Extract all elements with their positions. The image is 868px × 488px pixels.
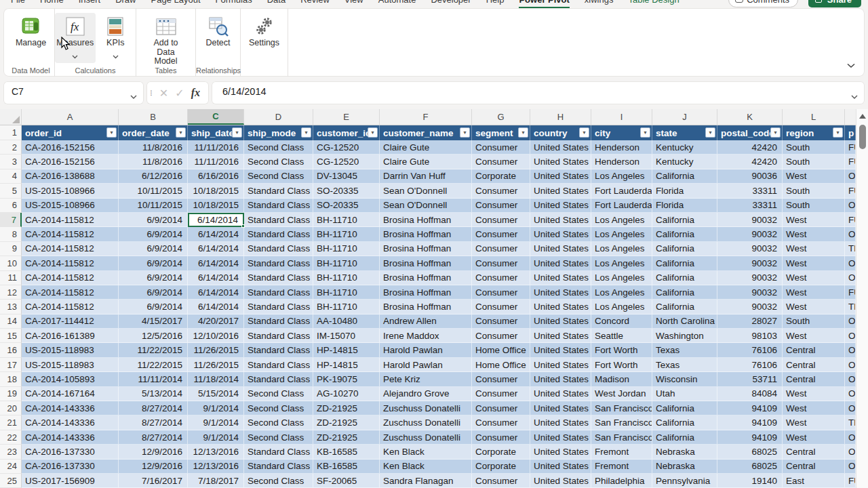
cell[interactable]: PK-19075 [313,372,380,386]
cell[interactable]: 98103 [717,329,783,343]
header-cell-customer_id[interactable]: customer_id▾ [313,125,380,140]
cell[interactable]: 76106 [717,343,783,357]
cell[interactable]: Claire Gute [380,155,472,169]
cell[interactable]: United States [530,329,591,343]
cell[interactable]: West [783,227,845,241]
header-cell-order_id[interactable]: order_id▾ [22,125,119,140]
cell[interactable]: Home Office [472,343,530,357]
cell[interactable]: 28027 [717,314,783,329]
cell[interactable]: Florida [652,199,717,213]
cell[interactable]: 90036 [717,169,783,184]
cell[interactable]: 5/13/2014 [119,387,188,401]
cell[interactable]: US-2015-108966 [22,199,119,213]
cell[interactable]: California [652,401,717,415]
filter-button[interactable]: ▾ [579,127,589,138]
cell[interactable]: West [783,256,845,270]
column-letter-A[interactable]: A [22,109,119,125]
cell[interactable]: Central [783,372,845,386]
cell[interactable]: 6/9/2014 [119,213,188,227]
cell[interactable]: Central [783,358,845,372]
row-number-6[interactable]: 6 [0,199,22,213]
cell[interactable]: Ken Black [380,460,472,474]
cell[interactable]: 11/8/2016 [119,155,188,169]
cell[interactable]: OF [845,358,856,372]
cell[interactable]: United States [530,387,591,401]
cell[interactable]: ZD-21925 [313,430,380,445]
cell[interactable]: 11/11/2014 [119,372,188,386]
scrollbar-thumb[interactable] [859,125,866,149]
cell[interactable]: KB-16585 [313,445,380,459]
cell[interactable]: 11/22/2015 [119,358,188,372]
cell[interactable]: Second Class [244,401,313,415]
cell[interactable]: West [783,242,845,256]
cell[interactable]: Los Angeles [591,213,652,227]
filter-button[interactable]: ▾ [232,127,242,138]
cell[interactable]: West [783,387,845,401]
cell[interactable]: OF [845,169,856,184]
menu-tab-view[interactable]: View [344,0,363,8]
filter-button[interactable]: ▾ [176,127,186,138]
cell[interactable]: HP-14815 [313,343,380,357]
menu-tab-table-design[interactable]: Table Design [628,0,679,8]
cell[interactable]: 11/22/2015 [119,343,188,357]
row-number-8[interactable]: 8 [0,227,22,241]
cell[interactable]: OF [845,343,856,357]
row-number-10[interactable]: 10 [0,256,22,270]
cell[interactable]: 90032 [717,300,783,314]
cell[interactable]: OF [845,387,856,401]
kpis-button[interactable]: KPIs [96,13,136,63]
cell[interactable]: Standard Class [244,445,313,459]
cell[interactable]: United States [530,372,591,386]
cell[interactable]: Andrew Allen [380,314,472,329]
column-letter-I[interactable]: I [591,109,652,125]
header-cell-city[interactable]: city▾ [591,125,652,140]
cell[interactable]: 5/15/2014 [188,387,244,401]
cell[interactable]: Standard Class [244,300,313,314]
cell[interactable]: 90032 [717,285,783,300]
cell[interactable]: ZD-21925 [313,401,380,415]
cell[interactable]: South [783,199,845,213]
cell[interactable]: 42420 [717,140,783,155]
cell[interactable]: Philadelphia [591,474,652,488]
cell[interactable]: 6/9/2014 [119,242,188,256]
cell[interactable]: Sandra Flanagan [380,474,472,488]
cell[interactable]: CA-2016-138688 [22,169,119,184]
detect-button[interactable]: Detect [197,13,239,49]
cell[interactable]: Consumer [472,329,530,343]
column-letter-E[interactable]: E [313,109,380,125]
cell[interactable]: San Francisco [591,415,652,430]
cell[interactable]: Consumer [472,474,530,488]
cell[interactable]: TE [845,415,856,430]
cell[interactable]: 10/11/2015 [119,199,188,213]
cell[interactable]: Corporate [472,445,530,459]
header-cell-region[interactable]: region▾ [783,125,845,140]
cell[interactable]: West [783,430,845,445]
cell[interactable]: Pete Kriz [380,372,472,386]
cell[interactable]: United States [530,227,591,241]
cell[interactable]: 90032 [717,271,783,285]
row-number-13[interactable]: 13 [0,300,22,314]
cell[interactable]: Wisconsin [652,372,717,386]
filter-button[interactable]: ▾ [106,127,117,138]
cell[interactable]: West [783,213,845,227]
cell[interactable]: Los Angeles [591,300,652,314]
cell[interactable]: TE [845,300,856,314]
cell[interactable]: 6/14/2014 [188,300,244,314]
cell[interactable]: Standard Class [244,285,313,300]
cell[interactable]: 94109 [717,415,783,430]
cell[interactable]: South [783,314,845,329]
cell[interactable]: Concord [591,314,652,329]
ribbon-collapse-chevron-icon[interactable] [847,59,855,71]
cell[interactable]: 33311 [717,199,783,213]
cell[interactable]: Fort Worth [591,343,652,357]
cell[interactable]: CA-2016-152156 [22,155,119,169]
cell[interactable]: Consumer [472,430,530,445]
menu-tab-insert[interactable]: Insert [79,0,101,8]
cell[interactable]: CA-2014-105893 [22,372,119,386]
cell[interactable]: 11/26/2015 [188,358,244,372]
cell[interactable]: United States [530,155,591,169]
cell[interactable]: BH-11710 [313,285,380,300]
cell[interactable]: Fremont [591,460,652,474]
cell[interactable]: San Francisco [591,401,652,415]
cell[interactable]: 19140 [717,474,783,488]
